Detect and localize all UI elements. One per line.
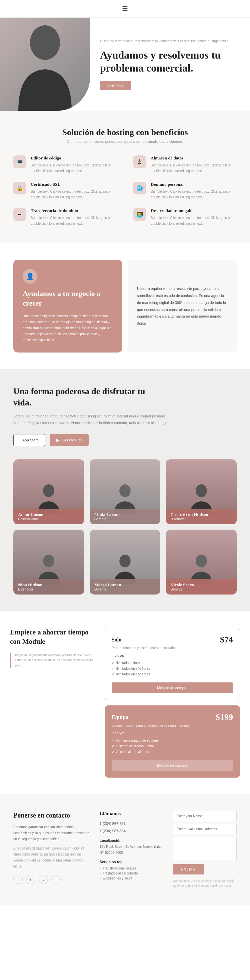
contact-name-input[interactable] (173, 811, 237, 821)
hosting-icon-5: 👨‍💻 (133, 208, 146, 221)
contact-col-3: ENVIAR Sample text. Click to select the … (173, 811, 237, 888)
team-plan-price: $199 (216, 712, 233, 722)
hero-person-svg (0, 18, 90, 111)
solo-feature-1: ✓Ilimitados diseño libres (112, 666, 233, 671)
team-card-0: Adam Jonson Desarrollador (13, 460, 84, 524)
team-card-overlay-0: Adam Jonson Desarrollador (13, 509, 84, 524)
contact-col2-title: Llámanos (100, 811, 163, 816)
team-card-4: Margo Larson Gerente (90, 530, 161, 595)
contact-submit-button[interactable]: ENVIAR (173, 864, 204, 875)
team-card-role-5: Gerente (170, 587, 232, 591)
contact-address: 121 Rock Street, 21 Avenue, Nueva York, … (100, 844, 163, 856)
google-play-label: Google Play (62, 438, 82, 442)
app-store-label: App Store (22, 438, 38, 442)
solo-features: ✓Ilimitado editores ✓Ilimitados diseño l… (112, 660, 233, 677)
contact-message-input[interactable] (173, 837, 237, 860)
hero-content: Duis aute irure dolor in reprehenderit i… (90, 28, 250, 100)
contact-service-1: ›Traslados al aeropuerto (100, 871, 163, 876)
contact-phone2: 1 (234) 987-654 (100, 827, 163, 835)
hosting-item-title-0: Editor de código (30, 156, 117, 161)
hamburger-icon[interactable]: ☰ (122, 5, 128, 13)
hosting-grid: 💻 Editor de código Sample text. Click to… (13, 156, 237, 226)
team-feature-2: ✓Acceso al año al futuro (112, 749, 233, 755)
hosting-section: Solución de hosting con beneficios Con m… (0, 111, 250, 243)
hero-section: Duis aute irure dolor in reprehenderit i… (0, 18, 250, 111)
facebook-icon[interactable]: f (13, 875, 22, 884)
hosting-title: Solución de hosting con beneficios (13, 127, 237, 137)
solo-plan-subtitle: Para autónomos y diseñadores en solitari… (112, 646, 233, 650)
solo-plan-name: Solo (112, 637, 121, 643)
contact-service-0: ›Transferencias locales (100, 866, 163, 871)
app-section: Una forma poderosa de disfrutar tu vida.… (0, 369, 250, 611)
team-card-name-3: Nina Hudson (18, 582, 80, 587)
app-title: Una forma poderosa de disfrutar tu vida. (13, 386, 153, 409)
hosting-subtitle: Con muchas funciones poderosas, garantiz… (13, 140, 237, 143)
svg-point-1 (43, 484, 54, 497)
solo-plan-price: $74 (220, 635, 233, 645)
hosting-item-text-5: Sample text. Click to select the text bo… (151, 215, 237, 226)
app-text: Lorem ipsum dolor sit amet, consectetur … (13, 413, 180, 426)
hosting-item-2: 🔒 Certificado SSL Sample text. Click to … (13, 182, 117, 200)
team-plan-name: Equipo (112, 714, 128, 721)
pricing-title: Empiece a ahorrar tiempo con Module (10, 628, 95, 646)
hosting-item-5: 👨‍💻 Desarrollador amigable Sample text. … (133, 208, 237, 226)
team-card-name-2: Casarse con Hudson (170, 512, 232, 517)
youtube-icon[interactable]: y (38, 875, 48, 884)
hosting-icon-4: ↔ (13, 208, 26, 221)
solo-feature-0: ✓Ilimitado editores (112, 660, 233, 666)
hero-tagline: Duis aute irure dolor in reprehenderit i… (100, 38, 240, 44)
contact-phone1: 1 (234) 567-891 (100, 820, 163, 827)
hosting-item-3: 🌐 Dominio personal Sample text. Click to… (133, 182, 237, 200)
pricing-card-solo: Solo $74 Para autónomos y diseñadores en… (105, 628, 240, 700)
app-store-button[interactable]: App Store (13, 434, 45, 446)
contact-col-2: Llámanos 1 (234) 567-891 1 (234) 987-654… (100, 811, 163, 888)
contact-section: Ponerse en contacto Podemos garantizar c… (0, 794, 250, 905)
contact-sample-text: Sample text. Click to select the text bo… (173, 878, 237, 888)
linkedin-icon[interactable]: in (51, 875, 61, 884)
pricing-note-text: Pagos de seguridad administrados por Pad… (15, 653, 95, 668)
twitter-icon[interactable]: t (26, 875, 35, 884)
team-plan-subtitle: La mejor opción para un equipo de cualqu… (112, 724, 233, 727)
team-card-name-0: Adam Jonson (18, 512, 80, 517)
pricing-security-note: Pagos de seguridad administrados por Pad… (10, 653, 95, 668)
contact-service-2: ›Excursiones y Tours (100, 876, 163, 881)
grow-left-text: Una agencia digital de servicio completo… (22, 313, 113, 343)
grow-person-icon: 👤 (22, 269, 37, 284)
team-card-role-0: Desarrollador (18, 517, 80, 521)
contact-email-input[interactable] (173, 824, 237, 834)
hosting-item-text-2: Sample text. Click to select the text bo… (30, 189, 117, 200)
hosting-item-4: ↔ Transferencia de dominio Sample text. … (13, 208, 117, 226)
team-card-role-2: Diseñador (170, 517, 232, 521)
team-card-5: Nicole Scavo Gerente (166, 530, 237, 595)
hosting-item-title-4: Transferencia de dominio (30, 208, 117, 213)
solo-buy-button[interactable]: Módulo de compra (112, 682, 233, 693)
pricing-section: Empiece a ahorrar tiempo con Module Pago… (0, 611, 250, 794)
team-includes-label: Incluye: (112, 731, 233, 735)
hosting-icon-2: 🔒 (13, 182, 26, 194)
svg-point-3 (196, 484, 207, 497)
grow-title: Ayudamos a tu negocio a crecer (22, 289, 113, 308)
hosting-item-text-1: Sample text. Click to select the text bo… (151, 162, 237, 174)
hero-cta-button[interactable]: LEE MAS (100, 81, 131, 90)
team-card-overlay-3: Nina Hudson Diseñador (13, 579, 84, 595)
contact-services-list: ›Transferencias locales ›Traslados al ae… (100, 866, 163, 881)
hosting-item-text-0: Sample text. Click to select the text bo… (30, 162, 117, 174)
team-card-1: Linda Larson Gerente (90, 460, 161, 524)
hosting-icon-0: 💻 (13, 156, 26, 168)
team-feature-1: ✓Sistema de diseño Figma (112, 743, 233, 749)
google-play-button[interactable]: ▶ Google Play (50, 434, 89, 446)
contact-col1-text1: Podemos garantizar confiabilidad, tarifa… (13, 824, 90, 842)
team-buy-button[interactable]: Módulo de compra (112, 760, 233, 771)
team-card-2: Casarse con Hudson Diseñador (166, 460, 237, 524)
team-features: ✓Número ilimitado de editores ✓Sistema d… (112, 738, 233, 755)
contact-col1-text2: El sit amet sollicitudin elit. Lorem ips… (13, 845, 90, 870)
svg-point-6 (196, 555, 207, 567)
pricing-card-team: Equipo $199 La mejor opción para un equi… (105, 705, 240, 778)
solo-feature-2: ✓Ilimitados diseño libres (112, 671, 233, 677)
team-card-overlay-5: Nicole Scavo Gerente (166, 579, 237, 595)
grow-left-card: 👤 Ayudamos a tu negocio a crecer Una age… (13, 259, 122, 353)
team-card-name-5: Nicole Scavo (170, 582, 232, 587)
team-card-name-1: Linda Larson (95, 512, 156, 517)
team-card-role-4: Gerente (95, 587, 156, 591)
pricing-cards: Solo $74 Para autónomos y diseñadores en… (105, 628, 240, 778)
